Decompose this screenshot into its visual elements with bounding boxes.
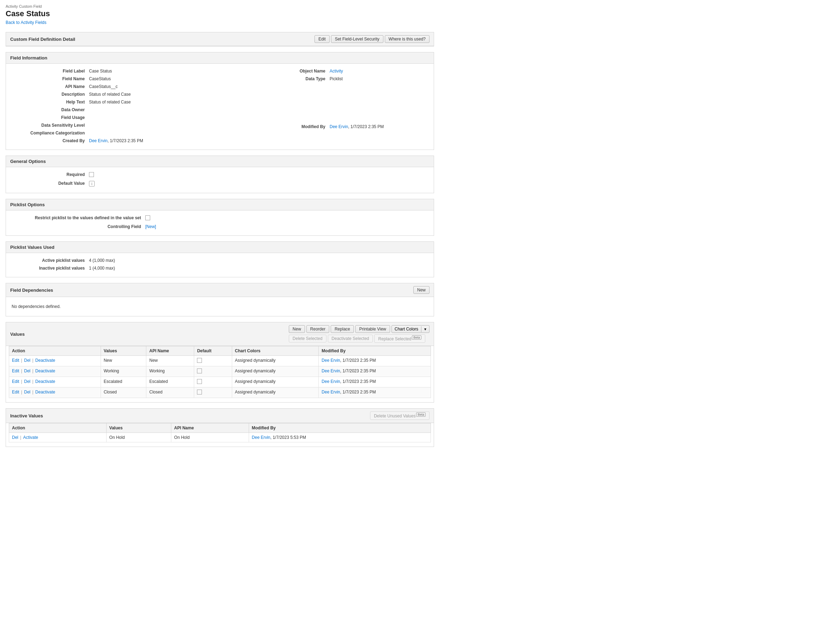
required-checkbox — [89, 171, 428, 178]
del-link[interactable]: Del — [24, 379, 30, 384]
col-modified-by: Modified By — [319, 346, 431, 356]
row-default — [194, 356, 232, 367]
row-action: Edit | Del | Deactivate — [9, 377, 101, 387]
field-usage-label: Field Usage — [12, 114, 89, 120]
description-value: Status of related Case — [89, 91, 287, 97]
created-by-date: , 1/7/2023 2:35 PM — [107, 138, 143, 143]
where-is-this-used-button[interactable]: Where is this used? — [385, 35, 429, 43]
object-name-link[interactable]: Activity — [330, 69, 343, 74]
row-action: Edit | Del | Deactivate — [9, 387, 101, 398]
values-replace-button[interactable]: Replace — [331, 325, 354, 333]
field-dependencies-title: Field Dependencies — [10, 288, 53, 293]
deactivate-link[interactable]: Deactivate — [35, 390, 55, 395]
del-link[interactable]: Del — [24, 368, 30, 373]
field-label-label: Field Label — [12, 68, 89, 74]
data-owner-label: Data Owner — [12, 107, 89, 112]
picklist-values-used-title: Picklist Values Used — [10, 245, 55, 250]
created-by-link[interactable]: Dee Ervin — [89, 138, 107, 143]
field-information-title: Field Information — [10, 55, 47, 60]
deactivate-link[interactable]: Deactivate — [35, 368, 55, 373]
del-link[interactable]: Del — [24, 358, 30, 363]
col-default: Default — [194, 346, 232, 356]
api-name-value: CaseStatus__c — [89, 84, 287, 89]
col-values: Values — [101, 346, 146, 356]
row-value: Closed — [101, 387, 146, 398]
chart-colors-button[interactable]: Chart Colors ▼ — [392, 325, 429, 333]
edit-link[interactable]: Edit — [12, 368, 19, 373]
inactive-row-modified-by: Dee Ervin, 1/7/2023 5:53 PM — [249, 433, 431, 443]
row-chart-color: Assigned dynamically — [232, 367, 319, 377]
deactivate-link[interactable]: Deactivate — [35, 379, 55, 384]
data-owner-value — [89, 107, 287, 112]
data-type-label: Data Type — [287, 76, 330, 81]
inactive-col-action: Action — [9, 424, 107, 433]
inactive-picklist-label: Inactive picklist values — [12, 265, 89, 270]
general-options-title: General Options — [10, 159, 46, 164]
edit-link[interactable]: Edit — [12, 390, 19, 395]
values-title: Values — [10, 332, 25, 337]
row-default — [194, 377, 232, 387]
inactive-values-table: Action Values API Name Modified By Del |… — [9, 423, 431, 443]
field-usage-value — [89, 114, 287, 120]
row-api-name: New — [146, 356, 194, 367]
row-action: Edit | Del | Deactivate — [9, 356, 101, 367]
values-new-button[interactable]: New — [289, 325, 305, 333]
replace-selected-button[interactable]: Replace SelectedBeta — [374, 334, 425, 343]
controlling-field-link[interactable]: [New] — [145, 224, 156, 229]
info-icon: i — [89, 181, 95, 187]
values-toolbar: New Reorder Replace Printable View Chart… — [289, 325, 429, 343]
inactive-row-action: Del | Activate — [9, 433, 107, 443]
controlling-field-label: Controlling Field — [12, 223, 145, 229]
row-default — [194, 367, 232, 377]
help-text-value: Status of related Case — [89, 99, 287, 104]
inactive-picklist-value: 1 (4,000 max) — [89, 265, 428, 270]
row-chart-color: Assigned dynamically — [232, 377, 319, 387]
col-action: Action — [9, 346, 101, 356]
controlling-field-value: [New] — [145, 223, 428, 229]
page-subtitle: Activity Custom Field — [6, 4, 434, 8]
set-field-level-security-button[interactable]: Set Field-Level Security — [331, 35, 384, 43]
field-dependencies-new-button[interactable]: New — [413, 286, 429, 294]
values-table: Action Values API Name Default Chart Col… — [9, 346, 431, 398]
edit-link[interactable]: Edit — [12, 379, 19, 384]
inactive-col-api-name: API Name — [171, 424, 249, 433]
field-name-label: Field Name — [12, 76, 89, 81]
modified-by-date: , 1/7/2023 2:35 PM — [348, 124, 384, 129]
row-default — [194, 387, 232, 398]
del-link[interactable]: Del — [12, 435, 18, 440]
edit-button[interactable]: Edit — [314, 35, 330, 43]
row-api-name: Working — [146, 367, 194, 377]
description-label: Description — [12, 91, 89, 97]
values-printable-view-button[interactable]: Printable View — [355, 325, 390, 333]
modified-by-link[interactable]: Dee Ervin — [330, 124, 348, 129]
row-api-name: Closed — [146, 387, 194, 398]
edit-link[interactable]: Edit — [12, 358, 19, 363]
row-chart-color: Assigned dynamically — [232, 387, 319, 398]
deactivate-selected-button[interactable]: Deactivate Selected — [328, 335, 373, 343]
activate-link[interactable]: Activate — [23, 435, 38, 440]
help-text-label: Help Text — [12, 99, 89, 104]
delete-unused-values-button[interactable]: Delete Unused ValuesBeta — [370, 411, 429, 420]
inactive-values-title: Inactive Values — [10, 413, 43, 419]
compliance-label: Compliance Categorization — [12, 130, 89, 136]
restrict-picklist-label: Restrict picklist to the values defined … — [12, 215, 145, 221]
picklist-options-title: Picklist Options — [10, 202, 45, 207]
deactivate-link[interactable]: Deactivate — [35, 358, 55, 363]
delete-selected-button[interactable]: Delete Selected — [289, 335, 327, 343]
table-row: Del | Activate On HoldOn HoldDee Ervin, … — [9, 433, 431, 443]
back-to-activity-fields-link[interactable]: Back to Activity Fields — [6, 20, 46, 25]
inactive-row-value: On Hold — [106, 433, 171, 443]
compliance-value — [89, 130, 287, 136]
col-api-name: API Name — [146, 346, 194, 356]
default-value-info: i — [89, 180, 428, 187]
data-sensitivity-value — [89, 122, 287, 128]
row-value: Escalated — [101, 377, 146, 387]
values-reorder-button[interactable]: Reorder — [306, 325, 329, 333]
table-row: Edit | Del | Deactivate NewNewAssigned d… — [9, 356, 431, 367]
no-dependencies-text: No dependencies defined. — [12, 301, 428, 312]
modified-by-label: Modified By — [287, 123, 330, 129]
chart-colors-dropdown-arrow[interactable]: ▼ — [421, 326, 429, 332]
row-value: Working — [101, 367, 146, 377]
del-link[interactable]: Del — [24, 390, 30, 395]
row-value: New — [101, 356, 146, 367]
